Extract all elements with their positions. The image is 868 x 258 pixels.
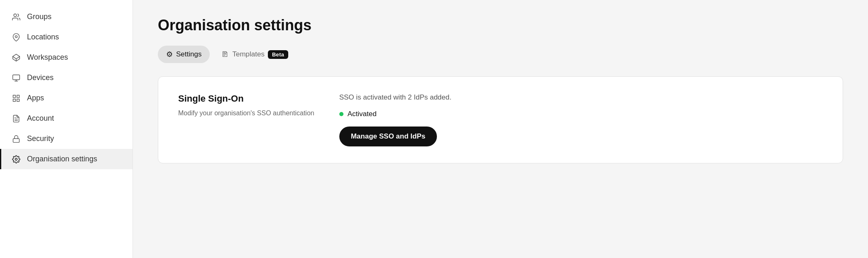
sso-status-text: SSO is activated with 2 IdPs added. — [339, 93, 451, 102]
sidebar-item-label-security: Security — [27, 134, 54, 143]
sidebar-item-label-account: Account — [27, 114, 54, 123]
tab-templates[interactable]: 🖹 Templates Beta — [213, 46, 297, 63]
sidebar-item-security[interactable]: Security — [0, 129, 132, 149]
svg-point-14 — [15, 158, 17, 160]
beta-badge: Beta — [268, 50, 288, 59]
svg-rect-4 — [13, 75, 20, 80]
svg-rect-7 — [13, 95, 16, 97]
apps-icon — [11, 94, 21, 102]
svg-rect-10 — [13, 99, 16, 101]
svg-rect-9 — [17, 99, 20, 101]
tabs: ⚙ Settings 🖹 Templates Beta — [158, 46, 843, 63]
sso-card-description: Modify your organisation's SSO authentic… — [178, 108, 314, 118]
sidebar-item-workspaces[interactable]: Workspaces — [0, 47, 132, 68]
sso-card: Single Sign-On Modify your organisation'… — [158, 76, 843, 163]
svg-rect-8 — [17, 95, 20, 97]
sso-card-title: Single Sign-On — [178, 93, 314, 104]
activated-dot — [339, 112, 343, 116]
activated-row: Activated — [339, 110, 451, 118]
sidebar-item-label-workspaces: Workspaces — [27, 53, 68, 62]
svg-point-1 — [15, 35, 17, 37]
card-right: SSO is activated with 2 IdPs added. Acti… — [339, 93, 451, 146]
sidebar-item-account[interactable]: Account — [0, 108, 132, 129]
sidebar-item-devices[interactable]: Devices — [0, 68, 132, 88]
tab-templates-label: Templates — [232, 50, 264, 58]
svg-rect-13 — [13, 139, 20, 142]
groups-icon — [11, 13, 21, 21]
sidebar-item-label-locations: Locations — [27, 33, 59, 41]
sidebar-item-label-organisation-settings: Organisation settings — [27, 155, 97, 163]
sidebar-item-locations[interactable]: Locations — [0, 27, 132, 47]
account-icon — [11, 114, 21, 123]
sidebar-item-label-apps: Apps — [27, 94, 44, 102]
sidebar-item-label-devices: Devices — [27, 73, 54, 82]
locations-icon — [11, 33, 21, 41]
activated-label: Activated — [348, 110, 377, 118]
svg-point-0 — [14, 14, 17, 17]
templates-tab-icon: 🖹 — [221, 50, 229, 59]
page-title: Organisation settings — [158, 17, 843, 34]
sidebar-item-organisation-settings[interactable]: Organisation settings — [0, 149, 132, 169]
manage-sso-button[interactable]: Manage SSO and IdPs — [339, 127, 437, 146]
card-left: Single Sign-On Modify your organisation'… — [178, 93, 314, 118]
workspaces-icon — [11, 54, 21, 62]
sidebar-item-groups[interactable]: Groups — [0, 7, 132, 27]
settings-tab-icon: ⚙ — [166, 50, 173, 59]
tab-settings[interactable]: ⚙ Settings — [158, 46, 210, 63]
sidebar: GroupsLocationsWorkspacesDevicesAppsAcco… — [0, 0, 133, 258]
tab-settings-label: Settings — [176, 50, 201, 58]
security-icon — [11, 135, 21, 143]
sidebar-item-apps[interactable]: Apps — [0, 88, 132, 108]
main-content: Organisation settings ⚙ Settings 🖹 Templ… — [133, 0, 868, 258]
devices-icon — [11, 74, 21, 82]
organisation-settings-icon — [11, 155, 21, 163]
sidebar-item-label-groups: Groups — [27, 12, 51, 21]
